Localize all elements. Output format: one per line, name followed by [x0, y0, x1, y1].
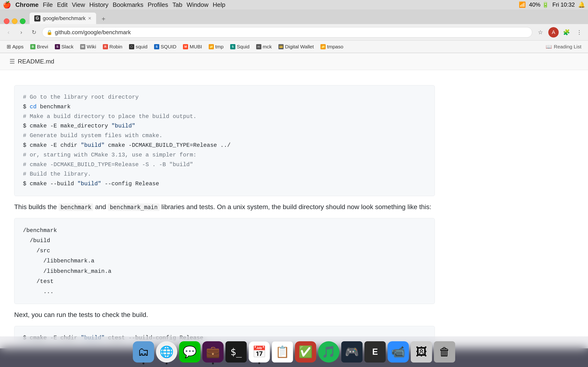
notion-icon: 📋: [275, 345, 290, 359]
menu-history[interactable]: History: [89, 1, 108, 8]
dock-tasks[interactable]: ✅: [295, 341, 316, 363]
bookmark-squid-lower[interactable]: ⬡ squid: [126, 42, 150, 51]
code-block-build: # Go to the library root directory $ cd …: [14, 85, 435, 196]
menu-profiles[interactable]: Profiles: [148, 1, 168, 8]
tab-bar: G google/benchmark ✕ +: [0, 9, 588, 24]
code-line: # Go to the library root directory: [23, 92, 426, 102]
readme-container: ☰ README.md # Go to the library root dir…: [0, 53, 588, 348]
dock-photos[interactable]: 🖼: [411, 341, 432, 363]
code-line: $ cmake -E chdir "build" cmake -DCMAKE_B…: [23, 141, 426, 150]
steam-icon: 🎮: [345, 345, 359, 359]
dock-chrome[interactable]: 🌐: [156, 341, 177, 363]
chrome-menu-button[interactable]: ⋮: [574, 27, 584, 37]
bookmark-tmpaso[interactable]: 📁 tmpaso: [318, 42, 346, 51]
robin-icon: R: [103, 44, 108, 49]
dock-terminal[interactable]: $_: [225, 341, 247, 363]
code-line: # Make a build directory to place the bu…: [23, 112, 426, 122]
line-icon: 💬: [183, 345, 197, 359]
menu-file[interactable]: File: [43, 1, 53, 8]
menu-view[interactable]: View: [72, 1, 85, 8]
finder-icon: 🗂: [138, 345, 149, 358]
dock-epic[interactable]: E: [364, 341, 386, 363]
inline-code-benchmark-main: benchmark_main: [108, 203, 160, 211]
bookmark-brevi[interactable]: B Brevi: [27, 42, 51, 51]
list-icon: ☰: [9, 58, 15, 65]
dock-steam[interactable]: 🎮: [341, 341, 363, 363]
bookmark-brevi-label: Brevi: [37, 44, 48, 50]
dir-line: /test: [23, 276, 426, 286]
menu-edit[interactable]: Edit: [57, 1, 68, 8]
squid3-icon: S: [230, 44, 235, 49]
calendar-icon: 📅: [252, 345, 266, 359]
bookmark-tmp-label: tmp: [215, 44, 224, 50]
dock-trash[interactable]: 🗑: [434, 341, 455, 363]
epic-games-icon: E: [372, 347, 378, 357]
menu-bookmarks[interactable]: Bookmarks: [113, 1, 143, 8]
back-button[interactable]: ‹: [4, 28, 13, 37]
browser-chrome: G google/benchmark ✕ + ‹ › ↻ 🔒 github.co…: [0, 9, 588, 53]
bookmark-mubi[interactable]: M MUBI: [180, 42, 205, 51]
chrome-icon: 🌐: [160, 345, 174, 359]
dock-active-dot: [143, 363, 144, 364]
forward-icon: ›: [20, 29, 22, 36]
dock-active-dot: [212, 363, 214, 364]
squid-upper-icon: S: [154, 44, 159, 49]
readme-filename: README.md: [18, 58, 54, 65]
trash-icon: 🗑: [439, 345, 450, 358]
notification-center-icon[interactable]: 🔔: [578, 1, 585, 8]
menu-window[interactable]: Window: [186, 1, 208, 8]
battery-indicator: 40% 🔋: [529, 1, 549, 8]
apps-grid-icon: ⊞: [7, 44, 11, 50]
dock-zoom[interactable]: 📹: [388, 341, 409, 363]
menu-help[interactable]: Help: [213, 1, 225, 8]
forward-button[interactable]: ›: [17, 28, 26, 37]
maximize-button[interactable]: [20, 18, 26, 24]
dock-notion[interactable]: 📋: [272, 341, 293, 363]
digital-wallet-icon: 💳: [278, 44, 284, 49]
extensions-button[interactable]: 🧩: [562, 27, 571, 37]
bookmark-squid-upper[interactable]: S SQUID: [151, 42, 179, 51]
bookmark-slack[interactable]: S Slack: [52, 42, 76, 51]
bookmark-robin[interactable]: R Robin: [100, 42, 125, 51]
close-button[interactable]: [4, 18, 9, 24]
bookmark-robin-label: Robin: [109, 44, 122, 50]
reading-list-button[interactable]: 📖 Reading List: [543, 42, 584, 51]
bookmark-apps[interactable]: ⊞ Apps: [4, 42, 26, 51]
address-bar[interactable]: 🔒 github.com/google/benchmark: [42, 27, 532, 38]
wifi-icon[interactable]: 📶: [519, 1, 526, 8]
bookmark-mck-label: mck: [263, 44, 272, 50]
slack-dock-icon: 💼: [206, 345, 220, 359]
menu-bar: 🍎 Chrome File Edit View History Bookmark…: [0, 0, 588, 9]
bookmark-squid-lower-label: squid: [136, 44, 147, 50]
bookmark-star-button[interactable]: ☆: [536, 27, 545, 37]
apple-menu[interactable]: 🍎: [3, 1, 11, 9]
app-menu-chrome[interactable]: Chrome: [15, 1, 39, 8]
dock-spotify[interactable]: 🎵: [318, 341, 339, 363]
profile-avatar[interactable]: A: [548, 27, 559, 38]
photos-icon: 🖼: [416, 345, 427, 358]
main-content: ☰ README.md # Go to the library root dir…: [0, 53, 588, 348]
menu-tab[interactable]: Tab: [173, 1, 182, 8]
code-line: $ cmake -E make_directory "build": [23, 121, 426, 131]
tasks-icon: ✅: [298, 345, 313, 359]
dock-slack[interactable]: 💼: [202, 341, 224, 363]
dock-finder[interactable]: 🗂: [133, 341, 154, 363]
bookmark-mck[interactable]: m mck: [253, 42, 275, 51]
mubi-icon: M: [183, 44, 188, 49]
bookmark-digital-wallet[interactable]: 💳 Digital Wallet: [276, 42, 317, 51]
browser-tab[interactable]: G google/benchmark ✕: [29, 12, 96, 24]
refresh-button[interactable]: ↻: [29, 28, 39, 37]
bookmark-squid3[interactable]: S Squid: [227, 42, 252, 51]
dock-active-dot: [258, 362, 260, 364]
bookmark-tmp[interactable]: 📁 tmp: [206, 42, 226, 51]
dock-calendar[interactable]: 📅: [249, 341, 270, 363]
menu-bar-right: 📶 40% 🔋 Fri 10:32 🔔: [519, 1, 585, 8]
new-tab-button[interactable]: +: [98, 14, 109, 24]
dock-line[interactable]: 💬: [179, 341, 200, 363]
tab-close-button[interactable]: ✕: [88, 16, 91, 21]
bookmark-digital-wallet-label: Digital Wallet: [285, 44, 314, 50]
bookmark-wiki[interactable]: W Wiki: [77, 42, 99, 51]
bookmark-slack-label: Slack: [61, 44, 73, 50]
minimize-button[interactable]: [12, 18, 17, 24]
tab-title: google/benchmark: [43, 15, 86, 21]
